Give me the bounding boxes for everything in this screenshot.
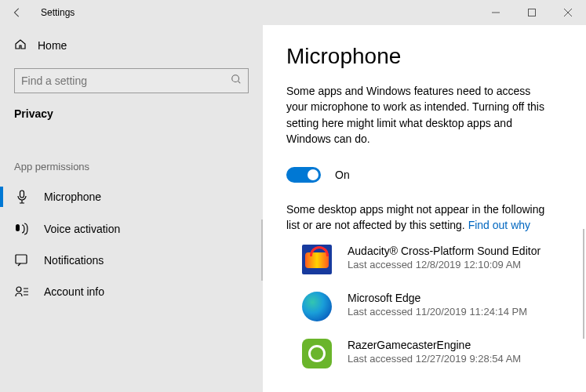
content: Microphone Some apps and Windows feature… [263, 25, 586, 392]
section-label: App permissions [0, 131, 263, 180]
app-row-audacity: Audacity® Cross-Platform Sound Editor La… [302, 245, 555, 274]
audacity-icon [302, 245, 332, 274]
search-box[interactable] [14, 68, 249, 93]
sub-description: Some desktop apps might not appear in th… [286, 201, 555, 234]
razer-icon [302, 339, 332, 368]
page-title: Microphone [286, 44, 555, 69]
arrow-left-icon [12, 7, 23, 18]
close-icon [564, 9, 572, 16]
svg-point-5 [16, 287, 21, 292]
titlebar: Settings [0, 0, 586, 25]
svg-rect-2 [20, 191, 24, 198]
nav-item-notifications[interactable]: Notifications [0, 245, 263, 276]
app-last-accessed: Last accessed 11/20/2019 11:24:14 PM [348, 306, 527, 318]
minimize-button[interactable] [478, 0, 514, 25]
app-name: RazerGamecasterEngine [348, 339, 521, 351]
svg-rect-3 [16, 224, 20, 231]
window-title: Settings [41, 7, 75, 18]
close-button[interactable] [550, 0, 586, 25]
nav-item-label: Voice activation [44, 223, 120, 235]
toggle-row: On [286, 167, 555, 183]
nav-item-label: Account info [44, 285, 104, 298]
nav-item-account-info[interactable]: Account info [0, 276, 263, 307]
minimize-icon [492, 9, 500, 16]
app-name: Microsoft Edge [348, 292, 527, 304]
notifications-icon [14, 254, 30, 267]
svg-point-1 [232, 75, 239, 82]
back-button[interactable] [0, 0, 35, 25]
app-list: Audacity® Cross-Platform Sound Editor La… [286, 245, 555, 368]
app-row-razer: RazerGamecasterEngine Last accessed 12/2… [302, 339, 555, 368]
nav-item-label: Notifications [44, 254, 104, 267]
page-description: Some apps and Windows features need to a… [286, 83, 555, 147]
home-icon [14, 38, 27, 53]
app-last-accessed: Last accessed 12/8/2019 12:10:09 AM [348, 259, 541, 270]
nav-item-microphone[interactable]: Microphone [0, 180, 263, 213]
app-last-accessed: Last accessed 12/27/2019 9:28:54 AM [348, 353, 521, 365]
sidebar: Home Privacy App permissions Microphone … [0, 25, 263, 392]
microphone-icon [14, 190, 30, 204]
microphone-toggle[interactable] [286, 167, 321, 183]
voice-icon [14, 223, 30, 235]
app-name: Audacity® Cross-Platform Sound Editor [348, 245, 541, 257]
svg-rect-4 [16, 255, 27, 263]
home-nav[interactable]: Home [0, 30, 263, 60]
search-input[interactable] [21, 74, 231, 87]
nav-item-label: Microphone [44, 191, 101, 203]
nav-item-voice-activation[interactable]: Voice activation [0, 213, 263, 245]
nav-list: Microphone Voice activation Notification… [0, 180, 263, 307]
category-label: Privacy [0, 104, 263, 131]
app-row-edge: Microsoft Edge Last accessed 11/20/2019 … [302, 292, 555, 321]
toggle-state-label: On [335, 169, 350, 181]
find-out-why-link[interactable]: Find out why [468, 219, 530, 231]
svg-rect-0 [529, 9, 536, 16]
home-label: Home [38, 39, 67, 52]
account-icon [14, 285, 30, 298]
edge-icon [302, 292, 332, 321]
maximize-button[interactable] [514, 0, 550, 25]
window-controls [478, 0, 586, 25]
content-scrollbar[interactable] [583, 229, 584, 339]
search-icon [231, 74, 242, 88]
maximize-icon [528, 9, 536, 16]
